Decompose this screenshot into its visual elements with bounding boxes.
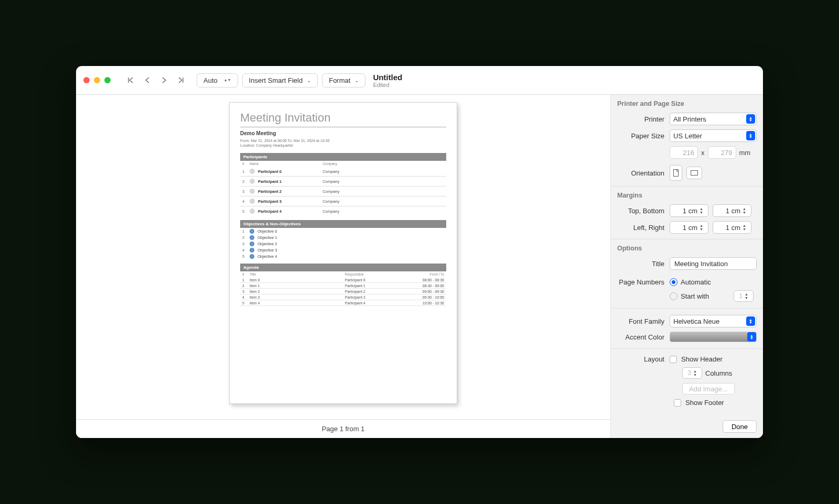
agenda-row: 3Item 2Participant 209:00 - 09:30: [240, 289, 446, 294]
avatar-icon: [250, 179, 255, 184]
page-width-input[interactable]: [670, 146, 698, 159]
document-title: Untitled: [373, 73, 402, 82]
fullscreen-window-button[interactable]: [104, 77, 111, 83]
show-header-label: Show Header: [681, 355, 723, 363]
stepper-icon[interactable]: ▲▼: [743, 222, 750, 233]
close-window-button[interactable]: [83, 77, 90, 83]
columns-label: Columns: [705, 369, 732, 377]
objective-icon: i: [250, 235, 254, 240]
page-numbers-label: Page Numbers: [617, 278, 670, 286]
updown-icon: ▲▼: [224, 79, 231, 82]
app-window: Auto ▲▼ Insert Smart Field ⌄ Format ⌄ Un…: [76, 66, 763, 438]
dimension-separator: x: [701, 149, 705, 157]
stepper-icon[interactable]: ▲▼: [745, 291, 752, 301]
document-status: Edited: [373, 82, 402, 88]
title-rule: [240, 127, 446, 127]
show-footer-label: Show Footer: [685, 399, 724, 407]
font-family-label: Font Family: [617, 317, 670, 325]
portrait-icon: [673, 169, 679, 177]
margin-bottom-input[interactable]: 1 cm▲▼: [713, 204, 751, 217]
stepper-icon[interactable]: ▲▼: [743, 205, 750, 216]
objective-icon: i: [250, 254, 254, 259]
select-caret-icon: ▲▼: [747, 332, 756, 342]
section-options: Options: [611, 239, 763, 255]
page-preview: Meeting Invitation Demo Meeting From: Ma…: [229, 102, 457, 404]
top-bottom-label: Top, Bottom: [617, 207, 670, 215]
stepper-icon[interactable]: ▲▼: [693, 368, 701, 378]
start-with-value[interactable]: 1▲▼: [734, 290, 754, 302]
agenda-columns: # Title Responsible From / To: [240, 271, 446, 277]
objective-row: 1iObjective 0: [240, 228, 446, 234]
page-counter: Page 1 from 1: [76, 419, 610, 438]
page-height-input[interactable]: [708, 146, 736, 159]
section-margins: Margins: [611, 186, 763, 202]
last-page-button[interactable]: [173, 73, 189, 87]
format-dropdown[interactable]: Format ⌄: [322, 73, 365, 87]
select-caret-icon: ▲▼: [746, 131, 755, 140]
avatar-icon: [250, 199, 255, 204]
insert-smart-field-dropdown[interactable]: Insert Smart Field ⌄: [242, 73, 318, 87]
objectives-header: Objectives & Non-Objectives: [240, 220, 446, 228]
select-caret-icon: ▲▼: [746, 316, 755, 326]
objective-row: 2iObjective 1: [240, 234, 446, 240]
automatic-label: Automatic: [681, 278, 711, 286]
objective-icon: i: [250, 248, 254, 253]
participants-columns: # Name Company: [240, 161, 446, 167]
first-page-button[interactable]: [122, 73, 139, 87]
margin-right-input[interactable]: 1 cm▲▼: [713, 221, 751, 234]
header-columns-stepper[interactable]: 3▲▼: [682, 367, 702, 379]
accent-color-label: Accent Color: [617, 333, 670, 341]
prev-page-button[interactable]: [139, 73, 156, 87]
agenda-row: 4Item 3Participant 309:30 - 10:00: [240, 294, 446, 300]
font-family-select[interactable]: Helvetica Neue ▲▼: [670, 315, 757, 327]
zoom-dropdown[interactable]: Auto ▲▼: [197, 73, 238, 87]
document-title-block: Untitled Edited: [373, 73, 402, 88]
printer-select[interactable]: All Printers ▲▼: [670, 113, 757, 125]
preview-canvas[interactable]: Meeting Invitation Demo Meeting From: Ma…: [76, 95, 610, 419]
preview-pane: Meeting Invitation Demo Meeting From: Ma…: [76, 95, 611, 438]
title-field-label: Title: [617, 260, 670, 268]
insert-label: Insert Smart Field: [249, 76, 303, 84]
chevron-down-icon: ⌄: [354, 78, 359, 83]
add-image-button[interactable]: Add Image...: [682, 383, 735, 395]
layout-label: Layout: [617, 355, 670, 363]
next-page-button[interactable]: [156, 73, 173, 87]
page-numbers-automatic-radio[interactable]: [670, 278, 677, 286]
printer-label: Printer: [617, 115, 670, 123]
orientation-landscape-button[interactable]: [686, 167, 702, 179]
participant-row: 1Participant 0Company: [240, 167, 446, 177]
section-printer: Printer and Page Size: [611, 95, 763, 111]
paper-size-label: Paper Size: [617, 132, 670, 140]
zoom-value: Auto: [203, 76, 218, 84]
margin-left-input[interactable]: 1 cm▲▼: [670, 221, 708, 234]
accent-color-picker[interactable]: ▲▼: [670, 332, 757, 342]
select-caret-icon: ▲▼: [746, 114, 755, 124]
margin-top-input[interactable]: 1 cm▲▼: [670, 204, 708, 217]
show-header-checkbox[interactable]: [670, 356, 677, 363]
window-body: Meeting Invitation Demo Meeting From: Ma…: [76, 95, 763, 438]
stepper-icon[interactable]: ▲▼: [700, 222, 707, 233]
avatar-icon: [250, 169, 255, 174]
title-input[interactable]: Meeting Invitation: [670, 257, 757, 270]
meta-line-2: Location: Company Headquarter: [240, 143, 446, 148]
agenda-row: 2Item 1Participant 108:30 - 09:00: [240, 283, 446, 289]
svg-rect-1: [691, 171, 698, 176]
orientation-portrait-button[interactable]: [670, 165, 682, 181]
chevron-down-icon: ⌄: [307, 78, 311, 83]
objective-icon: i: [250, 242, 254, 246]
paper-size-select[interactable]: US Letter ▲▼: [670, 129, 757, 142]
avatar-icon: [250, 209, 255, 214]
agenda-header: Agenda: [240, 264, 446, 271]
page-numbers-start-with-radio[interactable]: [670, 292, 677, 300]
meeting-subtitle: Demo Meeting: [240, 130, 446, 136]
objective-icon: i: [250, 229, 254, 234]
dimension-unit: mm: [739, 149, 751, 157]
landscape-icon: [691, 170, 698, 176]
stepper-icon[interactable]: ▲▼: [700, 205, 707, 216]
minimize-window-button[interactable]: [94, 77, 100, 83]
toolbar: Auto ▲▼ Insert Smart Field ⌄ Format ⌄ Un…: [76, 66, 763, 95]
done-button[interactable]: Done: [723, 420, 757, 433]
agenda-row: 5Item 4Participant 410:00 - 10:30: [240, 300, 446, 306]
show-footer-checkbox[interactable]: [674, 399, 681, 407]
participant-row: 3Participant 2Company: [240, 187, 446, 196]
